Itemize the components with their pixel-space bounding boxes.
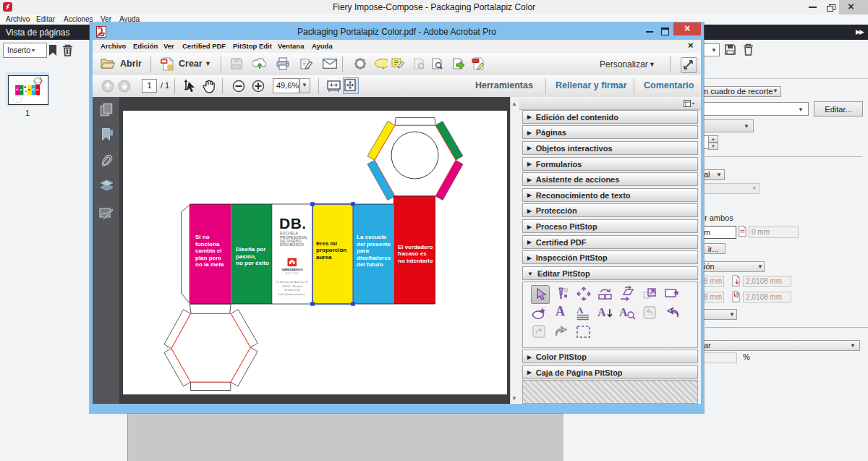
- svg-text:hola@dbmadrid.es: hola@dbmadrid.es: [278, 292, 306, 296]
- svg-text:fracaso es: fracaso es: [398, 250, 427, 257]
- svg-text:del futuro: del futuro: [357, 261, 383, 268]
- svg-text:cambia el: cambia el: [195, 248, 221, 254]
- svg-text:Eres mi: Eres mi: [316, 240, 337, 247]
- svg-text:para: para: [357, 248, 369, 254]
- svg-text:funciona: funciona: [195, 241, 220, 248]
- svg-text:ATOCHA: ATOCHA: [286, 272, 299, 275]
- svg-text:A: A: [619, 306, 628, 318]
- svg-text:DON BOSCO: DON BOSCO: [280, 242, 304, 247]
- svg-text:El verdadero: El verdadero: [398, 244, 433, 250]
- svg-text:plan pero: plan pero: [195, 255, 221, 261]
- svg-text:A: A: [576, 305, 584, 316]
- svg-text:proporción: proporción: [316, 247, 346, 253]
- svg-text:del presente: del presente: [357, 241, 391, 248]
- svg-text:pasión,: pasión,: [236, 253, 256, 260]
- svg-text:A: A: [597, 306, 606, 318]
- svg-text:no por éxito: no por éxito: [236, 260, 269, 266]
- svg-text:Si no: Si no: [195, 234, 210, 240]
- svg-text:Diseña por: Diseña por: [236, 246, 265, 253]
- svg-text:C/ Ronda de Atocha 27: C/ Ronda de Atocha 27: [276, 280, 309, 284]
- svg-text:DB.: DB.: [279, 215, 307, 232]
- svg-text:diseñadores: diseñadores: [357, 255, 391, 261]
- svg-text:aurea: aurea: [316, 254, 332, 261]
- svg-text:no la meta: no la meta: [195, 261, 224, 268]
- svg-text:915062100: 915062100: [284, 288, 301, 292]
- svg-text:28012, Madrid: 28012, Madrid: [282, 284, 303, 288]
- svg-text:La escuela: La escuela: [357, 234, 386, 240]
- svg-text:no intentarlo: no intentarlo: [398, 258, 433, 264]
- svg-text:salesianos: salesianos: [281, 267, 303, 271]
